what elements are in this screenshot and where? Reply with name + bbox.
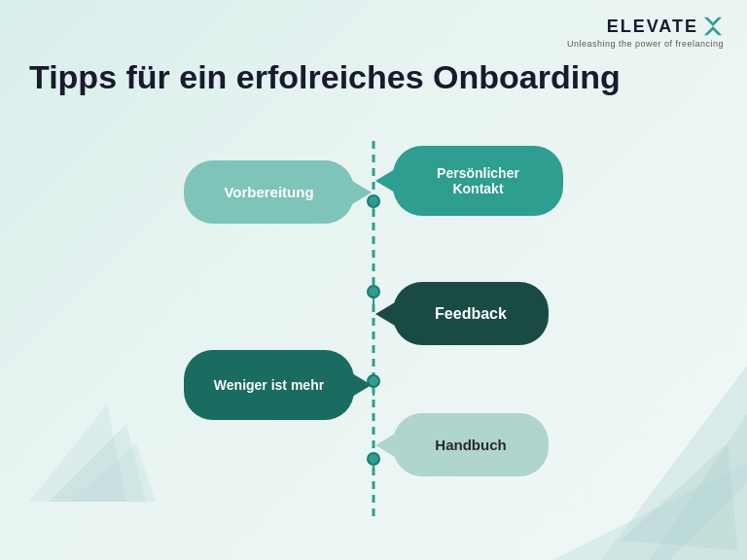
- main-heading: Tipps für ein erfol­reiches Onboarding: [29, 58, 718, 96]
- page-container: ELEVATE Unleashing the power of freelanc…: [0, 0, 747, 560]
- svg-marker-8: [704, 18, 722, 35]
- bubble-vorbereitung: Vorbereitung: [184, 160, 354, 224]
- logo-tagline: Unleashing the power of freelancing: [567, 39, 724, 49]
- logo-brand: ELEVATE: [607, 16, 724, 37]
- timeline-area: Vorbereitung Persönlicher Kontakt Feedba…: [0, 141, 747, 560]
- bubble-feedback: Feedback: [393, 282, 549, 345]
- pin-tail: [373, 388, 374, 396]
- bubble-handbuch: Handbuch: [393, 413, 549, 476]
- logo-x-icon: [702, 16, 724, 37]
- logo-area: ELEVATE Unleashing the power of freelanc…: [567, 16, 724, 49]
- pin-tail: [373, 298, 374, 306]
- bubble-handbuch-label: Handbuch: [435, 437, 506, 453]
- pin-tail: [373, 208, 374, 216]
- pin-tail: [373, 466, 374, 473]
- bubble-weniger-label: Weniger ist mehr: [214, 377, 324, 393]
- bubble-personlicher-kontakt: Persönlicher Kontakt: [393, 146, 563, 216]
- pin-dot: [367, 285, 380, 298]
- bubble-personlicher-label: Persönlicher Kontakt: [412, 165, 544, 196]
- bubble-vorbereitung-label: Vorbereitung: [224, 184, 313, 200]
- bubble-weniger-ist-mehr: Weniger ist mehr: [184, 350, 354, 420]
- bubble-feedback-label: Feedback: [435, 305, 507, 323]
- logo-elevate-text: ELEVATE: [607, 17, 698, 37]
